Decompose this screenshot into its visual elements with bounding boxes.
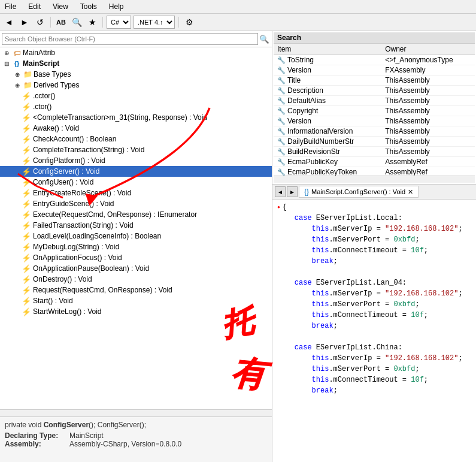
result-owner: ThisAssembly [381, 106, 475, 116]
menu-edit[interactable]: Edit [26, 1, 43, 12]
menu-view[interactable]: View [50, 1, 71, 12]
tree-item-startwritelog[interactable]: ⚡ StartWriteLog() : Void [0, 306, 272, 317]
method-icon-ll: ⚡ [22, 231, 31, 241]
result-row[interactable]: 🔧VersionFXAssembly [274, 65, 475, 76]
tree-item-awake[interactable]: ⚡ Awake() : Void [0, 123, 272, 134]
method-icon-ap: ⚡ [22, 264, 31, 273]
tree-item-failedtrans[interactable]: ⚡ FailedTransaction(String) : Void [0, 220, 272, 231]
ft-label: FailedTransaction(String) : Void [33, 221, 134, 230]
result-icon: 🔧 [277, 87, 286, 94]
code-break1: break; [277, 256, 471, 267]
framework-select[interactable]: .NET 4.↑ [134, 16, 175, 29]
settings-button[interactable]: ⚙ [183, 16, 196, 29]
tree-item-complete-trans[interactable]: ⚡ <CompleteTransaction>m_31(String, Resp… [0, 112, 272, 123]
nav-back-button[interactable]: ◄ [275, 186, 286, 197]
search-input[interactable] [2, 33, 258, 45]
tree-horizontal-scroll[interactable] [0, 409, 272, 416]
code-panel: ◄ ► {} MainScript.ConfigServer() : Void … [272, 185, 476, 462]
menu-file[interactable]: File [2, 1, 19, 12]
back-button[interactable]: ◄ [2, 16, 16, 29]
result-icon: 🔧 [277, 107, 286, 114]
results-scroll[interactable]: Item Owner 🔧ToString<>f_AnonymousType🔧Ve… [274, 44, 475, 176]
tree-view[interactable]: ⊕ 🏷 MainAttrib ⊟ {} MainScript ⊕ 📁 Base … [0, 47, 272, 409]
ll-label: LoadLevel(LoadingSceneInfo) : Boolean [33, 232, 161, 240]
result-row[interactable]: 🔧EcmaPublicKeyTokenAssemblyRef [274, 167, 475, 176]
result-icon: 🔧 [277, 138, 286, 145]
tree-item-derived-types[interactable]: ⊕ 📁 Derived Types [0, 80, 272, 90]
tree-item-ct2[interactable]: ⚡ CompleteTransaction(String) : Void [0, 144, 272, 155]
col-owner: Owner [381, 44, 475, 55]
tree-item-execute[interactable]: ⚡ Execute(RequestCmd, OnResponse) : IEnu… [0, 209, 272, 220]
method-icon-cu: ⚡ [22, 177, 31, 187]
search-submit-button[interactable]: 🔍 [258, 33, 270, 45]
expand-mainscript[interactable]: ⊟ [2, 59, 11, 68]
tree-item-request[interactable]: ⚡ Request(RequestCmd, OnResponse) : Void [0, 285, 272, 295]
tab-close-button[interactable]: ✕ [408, 188, 413, 196]
expand-base-types[interactable]: ⊕ [13, 70, 22, 78]
menu-tools[interactable]: Tools [78, 1, 99, 12]
result-owner: AssemblyRef [381, 167, 475, 176]
method-icon-awake: ⚡ [22, 123, 31, 133]
code-timeout2: this.mConnectTimeout = 10f; [277, 310, 471, 321]
forward-button[interactable]: ► [18, 16, 31, 29]
namespace-icon: 🏷 [12, 48, 22, 58]
tree-item-start[interactable]: ⚡ Start() : Void [0, 295, 272, 306]
tree-item-ondestroy[interactable]: ⚡ OnDestroy() : Void [0, 274, 272, 285]
tree-item-apppause[interactable]: ⚡ OnApplicationPause(Boolean) : Void [0, 263, 272, 274]
method-icon-start: ⚡ [22, 296, 31, 306]
result-row[interactable]: 🔧VersionThisAssembly [274, 116, 475, 126]
nav-forward-button[interactable]: ► [287, 186, 298, 197]
results-horizontal-scroll[interactable] [274, 176, 475, 183]
tree-item-mainscript[interactable]: ⊟ {} MainScript [0, 58, 272, 69]
result-owner: ThisAssembly [381, 76, 475, 86]
refresh-button[interactable]: ↺ [34, 16, 47, 29]
result-row[interactable]: 🔧TitleThisAssembly [274, 76, 475, 86]
tree-item-mydebuglog[interactable]: ⚡ MyDebugLog(String) : Void [0, 241, 272, 252]
result-row[interactable]: 🔧DefaultAliasThisAssembly [274, 96, 475, 106]
method-icon-ca: ⚡ [22, 134, 31, 144]
tree-item-cctor[interactable]: ⚡ .cctor() [0, 90, 272, 101]
search-button[interactable]: 🔍 [70, 16, 83, 29]
right-panel: Search Item Owner 🔧ToString<>f_Anonymous… [272, 31, 476, 462]
code-content[interactable]: ● { case EServerIpList.Local: this.mServ… [272, 200, 476, 462]
expand-derived-types[interactable]: ⊕ [13, 81, 22, 89]
result-row[interactable]: 🔧InformationalVersionThisAssembly [274, 126, 475, 137]
ct-label: <CompleteTransaction>m_31(String, Respon… [33, 113, 207, 122]
bookmark-button[interactable]: AB [54, 16, 68, 29]
tree-item-entrycreate[interactable]: ⚡ EntryCreateRoleScene() : Void [0, 188, 272, 198]
star-button[interactable]: ★ [86, 16, 99, 29]
signature-content: private void ConfigServer(); [5, 421, 95, 429]
method-icon-cs: ⚡ [22, 167, 31, 176]
result-row[interactable]: 🔧DailyBuildNumberStrThisAssembly [274, 137, 475, 147]
tree-item-ctor[interactable]: ⚡ .ctor() [0, 101, 272, 112]
tree-item-entryguide[interactable]: ⚡ EntryGuideScene() : Void [0, 198, 272, 209]
result-row[interactable]: 🔧EcmaPublicKeyAssemblyRef [274, 157, 475, 167]
code-serverport1: this.mServerPort = 0xbfd; [277, 234, 471, 245]
code-break3: break; [277, 385, 471, 396]
tree-item-mainattrib[interactable]: ⊕ 🏷 MainAttrib [0, 47, 272, 58]
result-owner: FXAssembly [381, 65, 475, 76]
tree-item-configserver[interactable]: ⚡ ConfigServer() : Void [0, 166, 272, 177]
result-row[interactable]: 🔧DescriptionThisAssembly [274, 86, 475, 96]
tree-item-loadlevel[interactable]: ⚡ LoadLevel(LoadingSceneInfo) : Boolean [0, 231, 272, 241]
method-icon-req: ⚡ [22, 285, 31, 295]
result-row[interactable]: 🔧CopyrightThisAssembly [274, 106, 475, 116]
tree-item-base-types[interactable]: ⊕ 📁 Base Types [0, 69, 272, 80]
result-owner: AssemblyRef [381, 157, 475, 167]
assembly-value: Assembly-CSharp, Version=0.8.0.0 [69, 440, 181, 448]
tab-class-icon: {} [304, 188, 309, 196]
code-tab-item[interactable]: {} MainScript.ConfigServer() : Void ✕ [299, 186, 419, 198]
tree-item-appfocus[interactable]: ⚡ OnApplicationFocus() : Void [0, 252, 272, 263]
tree-item-configuser[interactable]: ⚡ ConfigUser() : Void [0, 177, 272, 188]
result-owner: <>f_AnonymousType [381, 55, 475, 65]
od-label: OnDestroy() : Void [33, 275, 92, 283]
menu-bar: File Edit View Tools Help [0, 0, 476, 14]
result-row[interactable]: 🔧ToString<>f_AnonymousType [274, 55, 475, 65]
result-icon: 🔧 [277, 97, 286, 104]
tree-item-configplatform[interactable]: ⚡ ConfigPlatform() : Void [0, 155, 272, 166]
menu-help[interactable]: Help [107, 1, 126, 12]
language-select[interactable]: C# [107, 16, 131, 29]
tree-item-checkaccount[interactable]: ⚡ CheckAccount() : Boolean [0, 134, 272, 144]
expand-mainattrib[interactable]: ⊕ [2, 49, 11, 57]
result-row[interactable]: 🔧BuildRevisionStrThisAssembly [274, 147, 475, 157]
